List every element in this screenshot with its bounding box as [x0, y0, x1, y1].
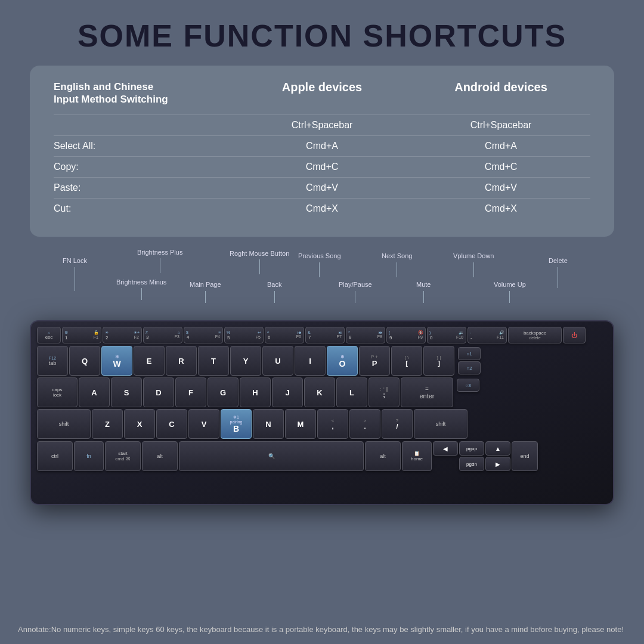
key-end[interactable]: end: [512, 441, 538, 471]
key-0-f10[interactable]: )🔉 0F10: [427, 327, 466, 343]
key-7-f7[interactable]: &⏯ 7F7: [305, 327, 345, 343]
back-label: Back: [267, 278, 281, 303]
key-2-f2[interactable]: ☀☀+ 2F2: [103, 327, 142, 343]
main-page-label: Main Page: [190, 278, 221, 303]
key-comma[interactable]: < ,: [317, 409, 348, 439]
key-t[interactable]: T: [198, 346, 229, 376]
select-all-apple: Cmd+A: [233, 141, 411, 151]
key-c[interactable]: C: [156, 409, 187, 439]
key-8-f8[interactable]: *⏭ 8F8: [346, 327, 385, 343]
key-esc[interactable]: ⌂ esc: [37, 327, 61, 343]
input-method-apple: Ctrl+Spacebar: [233, 120, 411, 131]
key-home[interactable]: 📋 home: [402, 441, 432, 471]
key-slash[interactable]: ? /: [382, 409, 413, 439]
mute-label: Mute: [416, 278, 431, 303]
copy-label: Copy:: [54, 162, 233, 172]
col-feature: English and ChineseInput Method Switchin…: [54, 80, 233, 106]
key-ctrl[interactable]: ctrl: [37, 441, 73, 471]
key-6-f6[interactable]: ^⏮ 6F6: [265, 327, 304, 343]
key-period[interactable]: > .: [349, 409, 380, 439]
key-g[interactable]: G: [208, 377, 239, 407]
key-o2[interactable]: ○2: [458, 361, 481, 374]
key-z[interactable]: Z: [92, 409, 123, 439]
copy-apple: Cmd+C: [233, 162, 411, 172]
key-s[interactable]: S: [111, 377, 142, 407]
cut-label: Cut:: [54, 203, 233, 214]
page-title: SOME FUNCTION SHORTCUTS: [0, 0, 644, 66]
key-y[interactable]: Y: [230, 346, 261, 376]
key-9-f9[interactable]: (🔇 9F9: [386, 327, 426, 343]
key-o1[interactable]: ○1: [458, 347, 481, 360]
key-backspace[interactable]: backspace delete: [508, 327, 562, 343]
key-shift-left[interactable]: shift: [37, 409, 91, 439]
key-dash-f11[interactable]: -🔊 -F11: [467, 327, 507, 343]
input-method-android: Ctrl+Spacebar: [411, 120, 590, 131]
paste-apple: Cmd+V: [233, 182, 411, 193]
select-all-label: Select All:: [54, 141, 233, 151]
key-capslock[interactable]: caps lock: [37, 377, 78, 407]
key-4-f4[interactable]: $≡ 4F4: [184, 327, 223, 343]
brightness-minus-label: Brightness Minus: [116, 278, 166, 300]
key-p[interactable]: P + P: [359, 346, 390, 376]
key-pgdn[interactable]: pgdn: [459, 457, 484, 471]
key-space[interactable]: 🔍: [179, 441, 364, 471]
key-up-arrow[interactable]: ▲: [485, 441, 510, 456]
key-enter[interactable]: = enter: [401, 377, 453, 407]
play-pause-label: Play/Pause: [339, 278, 372, 303]
key-h[interactable]: H: [240, 377, 271, 407]
key-m[interactable]: M: [285, 409, 316, 439]
paste-label: Paste:: [54, 182, 233, 193]
cut-apple: Cmd+X: [233, 203, 411, 214]
cut-android: Cmd+X: [411, 203, 590, 214]
key-right-arrow[interactable]: ▶: [485, 457, 510, 471]
key-bracket-open[interactable]: { \ [: [391, 346, 422, 376]
key-fn[interactable]: fn: [74, 441, 104, 471]
key-tab[interactable]: F12 tab: [37, 346, 68, 376]
next-song-label: Next Song: [382, 250, 412, 277]
key-e[interactable]: E: [134, 346, 165, 376]
key-n[interactable]: N: [253, 409, 284, 439]
brightness-plus-label: Brightness Plus: [137, 249, 182, 273]
keyboard-body: ⌂ esc ⚙🔒 1F1 ☀☀+ 2F2: [30, 320, 614, 505]
copy-android: Cmd+C: [411, 162, 590, 172]
key-j[interactable]: J: [272, 377, 303, 407]
key-b[interactable]: ❄1 pairing B: [221, 409, 252, 439]
volume-down-label: Vplume Down: [453, 250, 494, 277]
key-left[interactable]: ◀: [433, 441, 458, 456]
input-method-feature: [54, 120, 233, 131]
key-r[interactable]: R: [166, 346, 197, 376]
key-power[interactable]: ⏻: [563, 327, 586, 343]
key-x[interactable]: X: [124, 409, 155, 439]
key-f[interactable]: F: [175, 377, 206, 407]
paste-android: Cmd+V: [411, 182, 590, 193]
key-start-cmd[interactable]: start cmd ⌘: [105, 441, 141, 471]
key-semicolon[interactable]: : " ‖ ;: [369, 377, 400, 407]
right-mouse-label: Roght Mouse Button: [230, 250, 289, 274]
key-shift-right[interactable]: shift: [414, 409, 467, 439]
volume-up-label: Volume Up: [494, 278, 526, 303]
key-3-f3[interactable]: #⌂ 3F3: [143, 327, 182, 343]
col-apple: Apple devices: [233, 80, 411, 106]
key-bracket-close[interactable]: } | ]: [423, 346, 454, 376]
key-pgup[interactable]: pgup: [459, 441, 484, 456]
key-w[interactable]: ❄ W: [101, 346, 132, 376]
key-d[interactable]: D: [143, 377, 174, 407]
fn-lock-label: FN Lock: [63, 255, 87, 291]
key-l[interactable]: L: [336, 377, 367, 407]
key-alt-left[interactable]: alt: [142, 441, 178, 471]
col-android: Android devices: [411, 80, 590, 106]
key-5-f5[interactable]: %↩ 5F5: [224, 327, 264, 343]
input-method-label: English and ChineseInput Method Switchin…: [54, 81, 168, 105]
key-1-f1[interactable]: ⚙🔒 1F1: [62, 327, 101, 343]
key-o3[interactable]: ○3: [457, 379, 479, 392]
key-k[interactable]: K: [304, 377, 335, 407]
key-a[interactable]: A: [79, 377, 110, 407]
key-o[interactable]: ❄ O: [327, 346, 358, 376]
key-i[interactable]: I: [295, 346, 326, 376]
previous-song-label: Previous Song: [298, 250, 341, 277]
key-v[interactable]: V: [188, 409, 219, 439]
key-q[interactable]: Q: [69, 346, 100, 376]
key-u[interactable]: U: [262, 346, 293, 376]
annotation-text: Annotate:No numeric keys, simple keys 60…: [18, 624, 626, 636]
key-alt-right[interactable]: alt: [365, 441, 401, 471]
